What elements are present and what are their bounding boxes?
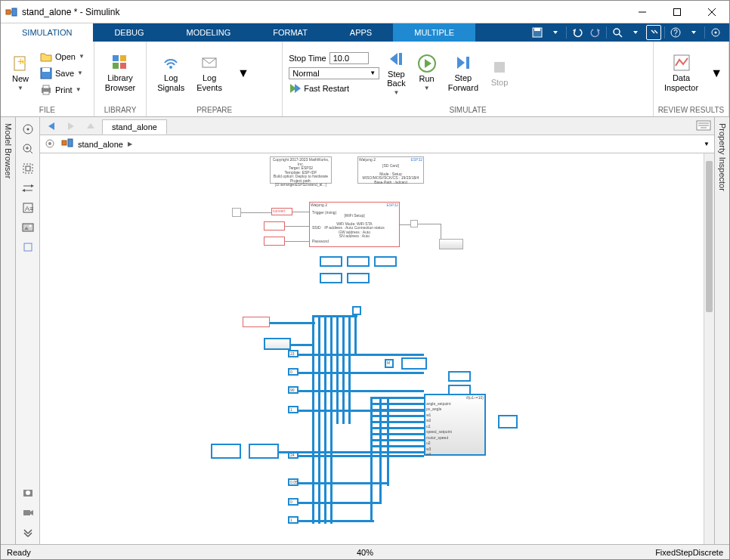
block-m[interactable]: M [385, 359, 394, 368]
zoom-tool-icon[interactable] [17, 140, 39, 158]
expand-palette-icon[interactable] [17, 523, 39, 541]
tab-apps[interactable]: APPS [329, 23, 393, 42]
sel-subsystem-1[interactable] [264, 338, 291, 350]
tab-format[interactable]: FORMAT [252, 23, 329, 42]
overflow-icon[interactable] [646, 25, 661, 40]
target-tool-icon[interactable] [17, 120, 39, 138]
block-pwd-src[interactable] [264, 237, 285, 246]
search-dropdown-icon[interactable] [628, 25, 643, 40]
help-icon[interactable]: ? [668, 25, 683, 40]
scrollbar-vertical[interactable] [704, 153, 714, 544]
svg-point-12 [614, 29, 620, 35]
block-model-info[interactable]: Copyright 2017-2023 MathWorks, Inc. Targ… [270, 156, 332, 184]
const-1a[interactable]: 1 [288, 406, 298, 413]
target-icon[interactable] [708, 25, 723, 40]
annotation-tool-icon[interactable]: A≡ [17, 199, 39, 217]
sel-block-1[interactable] [320, 256, 342, 267]
model-browser-tab[interactable]: Model Browser [1, 117, 16, 544]
sel-subsystem-2[interactable] [211, 444, 241, 459]
step-forward-button[interactable]: Step Forward [444, 51, 483, 94]
block-conn-node[interactable] [410, 220, 418, 227]
const-90[interactable]: 90 [288, 386, 298, 394]
new-button[interactable]: + New ▼ [7, 51, 34, 94]
fast-restart-icon [289, 82, 301, 94]
tab-simulation[interactable]: SIMULATION [1, 23, 93, 42]
block-sdcard[interactable]: Waijung 2ESP32 [SD Card] Mode : Setup MI… [357, 156, 424, 184]
run-button[interactable]: Run ▼ [413, 51, 441, 94]
svg-rect-44 [494, 62, 505, 73]
canvas[interactable]: Copyright 2017-2023 MathWorks, Inc. Targ… [40, 153, 714, 544]
search-icon[interactable] [610, 25, 625, 40]
nav-forward-icon[interactable] [63, 119, 79, 134]
block-scope[interactable]: if(u1~=10) angle_setpoint pv_angle w1 w2… [424, 394, 486, 456]
sel-out-1[interactable] [401, 357, 427, 370]
step-back-button[interactable]: Step Back ▼ [382, 47, 410, 99]
const-0b[interactable]: 0 [288, 498, 298, 506]
save-icon[interactable] [530, 25, 545, 40]
sel-block-3[interactable] [374, 256, 397, 267]
block-wifi-setup[interactable]: Waijung 2ESP32 Trigger (rising) SSID Pas… [309, 202, 400, 247]
svg-marker-19 [691, 31, 696, 34]
const-1b[interactable]: 1 [288, 516, 298, 524]
block-ssid-src[interactable] [264, 221, 285, 230]
document-tab[interactable]: stand_alone [102, 119, 167, 135]
log-events-button[interactable]: Log Events [192, 51, 227, 94]
save-button[interactable]: Save ▼ [37, 66, 88, 81]
stop-time-input[interactable] [329, 52, 369, 64]
sel-const-top[interactable] [352, 306, 361, 315]
tab-debug[interactable]: DEBUG [93, 23, 165, 42]
simulation-mode-select[interactable]: Normal ▼ [289, 67, 379, 79]
pin-icon[interactable] [45, 138, 57, 150]
sel-out-right[interactable] [498, 415, 518, 429]
svg-rect-31 [120, 55, 126, 61]
svg-marker-37 [295, 84, 301, 93]
block-tool-icon[interactable] [17, 238, 39, 256]
library-browser-button[interactable]: Library Browser [101, 51, 140, 94]
status-zoom[interactable]: 40% [357, 548, 373, 557]
undo-icon[interactable] [570, 25, 585, 40]
red-block-left[interactable] [243, 317, 270, 327]
help-dropdown-icon[interactable] [686, 25, 701, 40]
keyboard-icon[interactable] [696, 120, 711, 132]
tab-modeling[interactable]: MODELING [165, 23, 252, 42]
const-005[interactable]: 0.05 [288, 478, 298, 486]
sel-out-2[interactable] [448, 371, 471, 382]
screenshot-tool-icon[interactable] [17, 484, 39, 502]
block-trigger-src[interactable] [232, 208, 241, 217]
block-convert[interactable]: convert [271, 208, 292, 215]
breadcrumb-dropdown-icon[interactable]: ▼ [704, 141, 710, 147]
open-button[interactable]: Open ▼ [37, 49, 88, 64]
status-solver[interactable]: FixedStepDiscrete [655, 548, 723, 557]
close-button[interactable] [694, 1, 729, 23]
sel-block-2[interactable] [347, 256, 370, 267]
fast-restart-button[interactable]: Fast Restart [289, 82, 379, 94]
tab-multiple[interactable]: MULTIPLE [393, 23, 475, 42]
nav-up-icon[interactable] [82, 119, 99, 134]
data-inspector-button[interactable]: Data Inspector [660, 51, 703, 94]
const-0a[interactable]: 0 [288, 368, 298, 376]
redo-icon[interactable] [588, 25, 603, 40]
record-tool-icon[interactable] [17, 503, 39, 521]
stop-button[interactable]: Stop [486, 55, 513, 90]
log-signals-button[interactable]: Log Signals [153, 51, 189, 94]
save-dropdown-icon[interactable] [548, 25, 563, 40]
svg-rect-63 [24, 243, 32, 251]
print-button[interactable]: Print ▼ [37, 82, 88, 97]
const-23[interactable]: 23 [288, 350, 298, 357]
review-expand-icon[interactable]: ▼ [710, 67, 722, 80]
maximize-button[interactable] [660, 1, 694, 23]
property-inspector-tab[interactable]: Property Inspector [714, 117, 729, 544]
block-display[interactable] [439, 239, 463, 249]
nav-back-icon[interactable] [43, 119, 60, 134]
prepare-expand-icon[interactable]: ▼ [237, 67, 249, 80]
breadcrumb-root[interactable]: stand_alone [78, 140, 123, 149]
fit-tool-icon[interactable] [17, 159, 39, 178]
image-tool-icon[interactable] [17, 218, 39, 237]
svg-point-62 [29, 225, 31, 227]
sel-block-5[interactable] [347, 273, 370, 283]
toggle-tool-icon[interactable] [17, 179, 39, 197]
sel-subsystem-3[interactable] [249, 444, 279, 459]
sel-block-4[interactable] [320, 273, 342, 283]
ribbon: + New ▼ Open ▼ Save ▼ Print ▼ [1, 42, 729, 117]
minimize-button[interactable] [625, 1, 660, 23]
